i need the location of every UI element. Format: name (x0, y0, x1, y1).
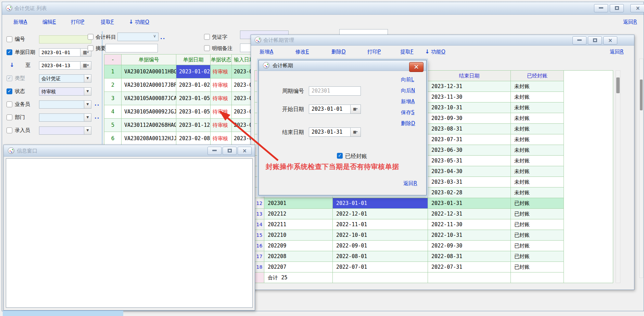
toolbar-new-button[interactable]: 新增A (13, 19, 27, 25)
closed-checkbox[interactable] (337, 153, 343, 159)
voucher-rownum-cell[interactable]: 4 (104, 105, 122, 119)
dropdown-button[interactable]: ▼ (84, 88, 91, 95)
period-end-cell[interactable]: 2022-07-31 (428, 262, 511, 272)
info-log-area[interactable] (6, 158, 253, 308)
filter-control[interactable]: ▦▾ ▼ (39, 35, 91, 44)
voucher-inputdate-cell[interactable]: 2023-0 (232, 119, 251, 132)
period-closed-cell[interactable]: 未封账 (511, 124, 564, 134)
voucher-rownum-cell[interactable]: 2 (104, 78, 122, 92)
period-rownum-cell[interactable]: 16 (255, 241, 264, 251)
period-start-cell[interactable]: 2022-07-01 (333, 262, 428, 272)
period-closed-cell[interactable]: 已封账 (511, 262, 564, 272)
period-end-cell[interactable]: 2023-11-30 (428, 92, 511, 102)
lookup-button[interactable]: .. (94, 101, 100, 107)
voucherword-checkbox[interactable] (204, 34, 210, 40)
period-table-row[interactable]: 14 202211 2022-11-01 2022-11-30 已封账 (255, 219, 564, 230)
filter-checkbox[interactable] (7, 127, 12, 133)
voucher-number-cell[interactable]: VA230208A00132HJJ (122, 132, 176, 145)
period-closed-cell[interactable]: 未封账 (511, 134, 564, 145)
period-toolbar-print-button[interactable]: 打印P (367, 49, 381, 55)
period-number-cell[interactable]: 202208 (264, 251, 333, 262)
toolbar-back-button[interactable]: 返回R (623, 19, 637, 25)
voucher-table-row[interactable]: 1 VA230102A00011HBG 2023-01-02 待审核 2023-… (104, 65, 251, 78)
dialog-back-link[interactable]: 返回R (403, 180, 417, 187)
period-table-row[interactable]: 16 202209 2022-09-01 2022-09-30 已封账 (255, 241, 564, 251)
period-toolbar-new-button[interactable]: 新增A (260, 49, 273, 55)
period-rownum-cell[interactable]: 12 (255, 198, 264, 209)
voucher-rownum-cell[interactable]: 6 (104, 132, 122, 145)
filter-control[interactable]: 2023-04-13 ▦▾ ▼ (39, 61, 91, 70)
dialog-action-link[interactable]: 新增A (401, 98, 415, 105)
period-vertical-scrollbar[interactable] (616, 70, 620, 283)
voucher-status-cell[interactable]: 待审核 (211, 119, 232, 132)
period-closed-cell[interactable]: 未封账 (511, 187, 564, 198)
voucher-table-row[interactable]: 6 VA230208A00132HJJ 2023-02-08 待审核 2023-… (104, 132, 251, 145)
period-rownum-cell[interactable]: 17 (255, 251, 264, 262)
voucher-number-cell[interactable]: VA230102A00011HBG (122, 65, 176, 78)
filter-control[interactable]: 待审核 ▦▾ ▼ (39, 87, 91, 96)
period-number-cell[interactable]: 202207 (264, 262, 333, 272)
period-start-cell[interactable]: 2022-09-01 (333, 241, 428, 251)
period-toolbar-back-button[interactable]: 返回R (610, 49, 623, 55)
start-date-input[interactable]: 2023-01-01▦▾ (309, 105, 361, 114)
filter-control[interactable]: ▦▾ ▼ (39, 113, 91, 122)
maximize-button[interactable] (223, 147, 237, 155)
period-end-cell[interactable]: 2022-09-30 (428, 241, 511, 251)
period-end-cell[interactable]: 2023-04-30 (428, 166, 511, 177)
main-vertical-scrollbar[interactable] (639, 59, 643, 278)
voucher-date-cell[interactable]: 2023-01-02 (176, 78, 211, 92)
voucher-table-row[interactable]: 3 VA230105A00087JCA 2023-01-05 待审核 2023-… (104, 92, 251, 105)
period-end-cell[interactable]: 2023-01-31 (428, 198, 511, 209)
period-scrollbar-thumb[interactable] (616, 77, 620, 93)
filter-control[interactable]: ▦▾ ▼ (39, 100, 91, 109)
period-start-cell[interactable]: 2022-10-01 (333, 230, 428, 241)
voucher-inputdate-cell[interactable]: 2023-0 (232, 78, 251, 92)
maximize-button[interactable] (610, 4, 624, 12)
close-button[interactable]: ✕ (409, 62, 424, 72)
toolbar-func-button[interactable]: 功能O (135, 19, 149, 25)
minimize-button[interactable] (594, 4, 608, 12)
toolbar-extract-button[interactable]: 提取F (101, 19, 114, 25)
voucher-date-cell[interactable]: 2023-01-12 (176, 119, 211, 132)
voucher-number-cell[interactable]: VA230112A00268HAG (122, 119, 176, 132)
period-end-cell[interactable]: 2022-10-31 (428, 230, 511, 241)
subject-combo[interactable]: ∨ (117, 33, 159, 41)
period-table-row[interactable]: 15 202210 2022-10-01 2022-10-31 已封账 (255, 230, 564, 241)
period-closed-cell[interactable]: 未封账 (511, 177, 564, 187)
period-end-cell[interactable]: 2023-03-31 (428, 177, 511, 187)
period-start-cell[interactable]: 2023-01-01 (333, 198, 428, 209)
period-rownum-cell[interactable]: 15 (255, 230, 264, 241)
period-table-row[interactable]: 17 202208 2022-08-01 2022-08-31 已封账 (255, 251, 564, 262)
voucher-table-row[interactable]: 5 VA230112A00268HAG 2023-01-12 待审核 2023-… (104, 119, 251, 132)
summary-checkbox[interactable] (88, 45, 93, 51)
summary-input[interactable] (105, 44, 158, 52)
voucher-number-cell[interactable]: VA230102A00017JBF (122, 78, 176, 92)
voucher-status-cell[interactable]: 待审核 (211, 132, 232, 145)
period-toolbar-func-button[interactable]: 功能O (431, 49, 445, 55)
period-closed-cell[interactable]: 未封账 (511, 81, 564, 92)
period-table-row[interactable]: 13 202212 2022-12-01 2022-12-31 已封账 (255, 209, 564, 219)
period-rownum-cell[interactable]: 18 (255, 262, 264, 272)
filter-control[interactable]: ▦▾ ▼ (39, 126, 91, 135)
detailnote-checkbox[interactable] (204, 45, 210, 51)
period-closed-cell[interactable]: 已封账 (511, 209, 564, 219)
voucher-table-row[interactable]: 2 VA230102A00017JBF 2023-01-02 待审核 2023-… (104, 78, 251, 92)
voucher-date-cell[interactable]: 2023-02-08 (176, 132, 211, 145)
period-number-cell[interactable]: 202301 (264, 198, 333, 209)
period-end-cell[interactable]: 2022-08-31 (428, 251, 511, 262)
toolbar-print-button[interactable]: 打印P (71, 19, 84, 25)
voucher-number-cell[interactable]: VA230105A00087JCA (122, 92, 176, 105)
period-end-cell[interactable]: 2023-12-31 (428, 81, 511, 92)
voucher-status-cell[interactable]: 待审核 (211, 92, 232, 105)
voucher-inputdate-cell[interactable]: 2023-0 (232, 92, 251, 105)
filter-checkbox[interactable] (7, 101, 12, 107)
period-closed-cell[interactable]: 未封账 (511, 145, 564, 156)
dialog-action-link[interactable]: 保存S (401, 109, 415, 116)
period-number-cell[interactable]: 202209 (264, 241, 333, 251)
period-rownum-cell[interactable]: 14 (255, 219, 264, 230)
period-start-cell[interactable]: 2022-12-01 (333, 209, 428, 219)
dialog-action-link[interactable]: 删除D (401, 120, 415, 126)
period-closed-cell[interactable]: 未封账 (511, 156, 564, 166)
period-end-cell[interactable]: 2023-06-30 (428, 145, 511, 156)
voucher-number-cell[interactable]: VA230105A00092JGJ (122, 105, 176, 119)
